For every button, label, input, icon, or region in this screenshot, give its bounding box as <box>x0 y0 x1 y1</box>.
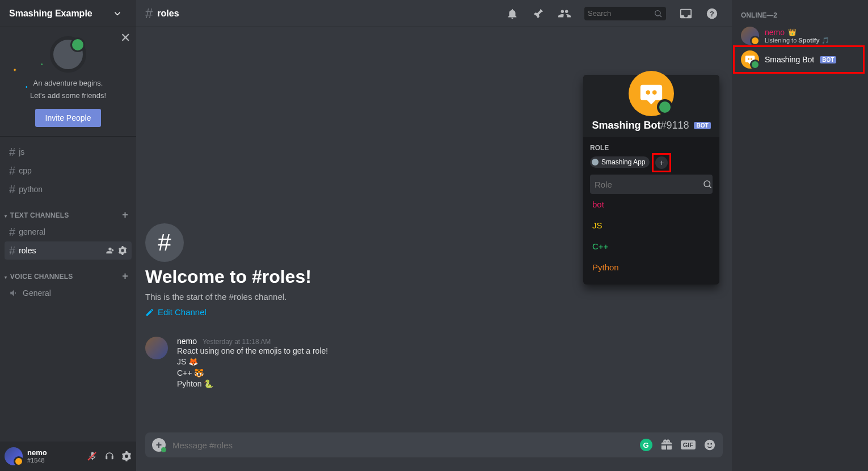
message-line: Pyhton 🐍 <box>177 379 723 390</box>
member-nemo[interactable]: nemo 👑 Listening to Spotify 🎵 <box>736 24 863 48</box>
server-header[interactable]: Smashing Example <box>0 0 136 27</box>
voice-channel-general[interactable]: General <box>5 284 132 302</box>
avatar-placeholder-icon <box>50 36 86 73</box>
category-voice-channels[interactable]: ▾ VOICE CHANNELS + <box>0 267 136 283</box>
popout-discriminator: #9118 <box>660 120 689 131</box>
gift-icon[interactable] <box>660 439 673 451</box>
popout-header: Smashing Bot#9118 BOT <box>583 75 719 137</box>
hash-icon: # <box>9 146 15 159</box>
invite-line2: Let's add some friends! <box>9 91 127 101</box>
self-avatar[interactable] <box>5 447 23 465</box>
add-channel-button[interactable]: + <box>119 270 132 282</box>
search-input[interactable] <box>588 9 650 18</box>
inbox-icon[interactable] <box>675 7 697 20</box>
emoji-icon[interactable] <box>703 439 716 451</box>
hash-icon: # <box>9 183 15 196</box>
popout-name: Smashing Bot <box>592 120 660 131</box>
channel-label: roles <box>19 246 36 255</box>
message-line: C++ 🐯 <box>177 368 723 379</box>
channel-roles[interactable]: # roles <box>5 241 132 260</box>
member-name-text: nemo <box>765 28 785 37</box>
help-icon[interactable]: ? <box>701 7 723 20</box>
gif-button[interactable]: GIF <box>681 440 696 449</box>
attach-button[interactable]: + <box>152 438 166 452</box>
sparkle-icon: ✦ <box>12 67 17 73</box>
svg-point-4 <box>705 440 715 450</box>
bell-icon[interactable] <box>502 7 523 20</box>
deafen-icon[interactable] <box>104 451 115 461</box>
speaker-icon <box>9 288 19 298</box>
svg-line-8 <box>709 186 711 188</box>
self-discriminator: #1548 <box>27 457 83 464</box>
search-icon <box>702 179 713 189</box>
message-avatar[interactable] <box>145 337 168 359</box>
svg-point-5 <box>707 443 709 445</box>
channel-sidebar: Smashing Example ✕ ✦ • • An adventure be… <box>0 0 136 471</box>
role-option-python[interactable]: Python <box>590 257 713 278</box>
create-invite-icon[interactable] <box>106 246 115 255</box>
message-input[interactable] <box>172 440 633 450</box>
member-list: ONLINE—2 nemo 👑 Listening to Spotify 🎵 S… <box>732 0 868 471</box>
channel-label: js <box>19 147 24 156</box>
hash-icon: # <box>145 6 153 22</box>
grammarly-icon[interactable]: G <box>640 439 652 451</box>
role-option-js[interactable]: JS <box>590 215 713 236</box>
svg-point-0 <box>655 10 660 15</box>
channel-general[interactable]: # general <box>5 223 132 241</box>
channel-title: roles <box>157 9 179 19</box>
mute-icon[interactable] <box>87 451 98 461</box>
channel-label: python <box>19 185 43 194</box>
add-role-button[interactable]: + <box>655 156 668 169</box>
member-avatar <box>741 50 759 69</box>
add-channel-button[interactable]: + <box>119 209 132 221</box>
message: nemo Yesterday at 11:18 AM React using o… <box>145 334 723 392</box>
user-bar: nemo #1548 <box>0 442 136 471</box>
welcome-subtitle: This is the start of the #roles channel. <box>145 292 723 302</box>
member-status: Listening to Spotify 🎵 <box>765 37 859 44</box>
hash-icon: # <box>9 244 15 257</box>
svg-text:?: ? <box>710 9 714 18</box>
role-option-bot[interactable]: bot <box>590 194 713 215</box>
role-color-dot <box>592 159 599 166</box>
role-chip[interactable]: Smashing App <box>590 156 650 168</box>
main-column: # roles ? # Welcome to #roles! This is t… <box>136 0 732 471</box>
search-box[interactable] <box>584 7 666 20</box>
svg-line-1 <box>660 15 661 16</box>
pin-icon[interactable] <box>528 7 549 20</box>
close-icon[interactable]: ✕ <box>120 31 130 45</box>
sparkle-icon: • <box>26 84 28 90</box>
status-app: Spotify <box>798 37 819 44</box>
category-text-channels[interactable]: ▾ TEXT CHANNELS + <box>0 206 136 222</box>
members-icon[interactable] <box>554 7 575 20</box>
role-search-input[interactable] <box>595 180 702 189</box>
svg-point-7 <box>704 181 710 187</box>
chat-header: # roles ? <box>136 0 732 27</box>
gear-icon[interactable] <box>118 246 127 255</box>
popout-username: Smashing Bot#9118 BOT <box>592 120 710 131</box>
message-author[interactable]: nemo <box>177 337 197 346</box>
chevron-down-icon: ▾ <box>5 275 7 280</box>
channel-label: cpp <box>19 166 32 175</box>
message-content: React using one of the emojis to get a r… <box>177 346 723 390</box>
settings-icon[interactable] <box>121 451 132 461</box>
role-search-box[interactable] <box>590 175 713 194</box>
self-username: nemo <box>27 449 83 457</box>
edit-channel-link[interactable]: Edit Channel <box>145 307 207 317</box>
channel-label: general <box>19 227 45 236</box>
member-avatar <box>741 27 759 45</box>
status-prefix: Listening to <box>765 37 798 44</box>
invite-people-button[interactable]: Invite People <box>35 109 102 127</box>
hash-icon: # <box>145 223 184 262</box>
role-option-cpp[interactable]: C++ <box>590 236 713 257</box>
channel-cpp[interactable]: # cpp <box>5 162 132 180</box>
bot-avatar[interactable] <box>629 71 674 116</box>
channel-js[interactable]: # js <box>5 143 132 161</box>
member-group-header: ONLINE—2 <box>736 9 863 22</box>
self-names[interactable]: nemo #1548 <box>27 449 83 464</box>
bot-badge: BOT <box>694 122 710 129</box>
channel-python[interactable]: # python <box>5 180 132 198</box>
role-section-title: ROLE <box>590 144 713 152</box>
search-icon <box>654 9 663 18</box>
invite-panel: ✕ ✦ • • An adventure begins. Let's add s… <box>0 27 136 137</box>
channel-tools <box>106 246 127 255</box>
